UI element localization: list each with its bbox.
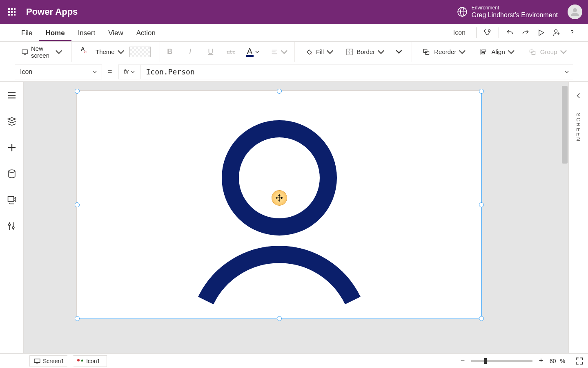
vertical-scrollbar[interactable]	[562, 86, 568, 164]
selected-control[interactable]	[77, 91, 482, 319]
menu-home[interactable]: Home	[39, 29, 71, 41]
italic-button[interactable]: I	[185, 47, 196, 56]
formula-input[interactable]	[140, 67, 561, 76]
border-button[interactable]: Border	[342, 45, 387, 59]
zoom-thumb[interactable]	[484, 358, 487, 364]
right-panel-label: SCREEN	[575, 113, 581, 142]
underline-button[interactable]: U	[205, 47, 216, 56]
svg-point-12	[573, 8, 577, 12]
fx-icon[interactable]: fx	[118, 65, 140, 79]
insert-icon[interactable]	[7, 142, 17, 153]
icon-glyph-icon	[77, 359, 84, 364]
zoom-unit: %	[560, 358, 565, 364]
formula-expand-icon[interactable]	[561, 70, 573, 74]
group-button[interactable]: Group	[525, 45, 570, 59]
svg-point-40	[12, 227, 14, 229]
chevron-down-icon	[377, 48, 385, 56]
fill-button[interactable]: Fill	[301, 45, 336, 59]
svg-rect-24	[426, 51, 429, 54]
resize-handle[interactable]	[75, 202, 80, 207]
data-icon[interactable]	[7, 168, 17, 179]
zoom-control: − + 60 %	[458, 357, 584, 366]
svg-rect-1	[11, 8, 13, 10]
more-format-button[interactable]	[393, 45, 405, 59]
environment-name: Greg Lindhorst's Environment	[472, 11, 558, 19]
breadcrumb-control-label: Icon1	[86, 358, 100, 364]
background-swatch[interactable]	[129, 47, 151, 57]
canvas[interactable]	[24, 82, 568, 353]
svg-rect-36	[8, 197, 13, 202]
font-color-button[interactable]: A	[246, 47, 259, 57]
app-launcher-icon[interactable]	[6, 6, 18, 18]
user-avatar[interactable]	[568, 4, 582, 19]
svg-rect-4	[11, 11, 13, 13]
resize-handle[interactable]	[479, 316, 484, 321]
breadcrumb-screen[interactable]: Screen1	[29, 355, 71, 367]
app-checker-icon[interactable]	[480, 25, 495, 40]
tree-view-icon[interactable]	[7, 116, 17, 127]
border-icon	[344, 47, 355, 57]
reorder-label: Reorder	[434, 48, 456, 55]
resize-handle[interactable]	[479, 202, 484, 207]
text-align-button[interactable]	[268, 45, 290, 59]
border-label: Border	[356, 48, 375, 55]
chevron-down-icon	[55, 48, 62, 56]
media-icon[interactable]	[7, 195, 17, 205]
menu-insert[interactable]: Insert	[71, 29, 102, 41]
zoom-slider[interactable]	[471, 360, 532, 362]
svg-rect-3	[8, 11, 10, 13]
environment-label: Environment	[472, 5, 558, 11]
person-icon[interactable]	[194, 121, 365, 302]
menu-action[interactable]: Action	[130, 29, 162, 41]
reorder-button[interactable]: Reorder	[419, 45, 468, 59]
zoom-in-button[interactable]: +	[537, 357, 546, 366]
resize-handle[interactable]	[277, 89, 282, 94]
chevron-down-icon	[117, 48, 125, 56]
app-title: Power Apps	[26, 7, 78, 17]
chevron-down-icon	[255, 50, 259, 54]
align-button[interactable]: Align	[476, 45, 517, 59]
fit-to-screen-icon[interactable]	[575, 357, 584, 366]
align-label: Align	[491, 48, 505, 55]
ribbon: New screen A a Theme B I U abc A	[0, 42, 588, 62]
svg-point-41	[230, 129, 328, 227]
share-icon[interactable]	[549, 25, 564, 40]
help-icon[interactable]	[564, 25, 580, 40]
svg-point-35	[9, 170, 15, 173]
svg-rect-2	[14, 8, 16, 10]
align-icon	[478, 47, 489, 57]
chevron-down-icon	[326, 48, 334, 56]
new-screen-button[interactable]: New screen	[19, 45, 65, 59]
screen-icon	[34, 359, 40, 364]
resize-handle[interactable]	[479, 89, 484, 94]
hamburger-icon[interactable]	[7, 90, 17, 101]
new-screen-label: New screen	[31, 45, 53, 59]
resize-handle[interactable]	[75, 89, 80, 94]
chevron-down-icon	[281, 48, 288, 56]
breadcrumb-control[interactable]: Icon1	[69, 355, 107, 367]
redo-icon[interactable]	[518, 25, 533, 40]
fill-label: Fill	[316, 48, 324, 55]
chevron-down-icon	[93, 70, 97, 74]
theme-icon: A a	[81, 47, 91, 57]
svg-rect-0	[8, 8, 10, 10]
resize-handle[interactable]	[277, 316, 282, 321]
move-cursor-icon	[272, 190, 287, 206]
bold-button[interactable]: B	[164, 47, 176, 56]
property-selector[interactable]: Icon	[15, 65, 102, 79]
environment-picker[interactable]: Environment Greg Lindhorst's Environment	[472, 5, 558, 19]
play-icon[interactable]	[533, 25, 549, 40]
resize-handle[interactable]	[75, 316, 80, 321]
status-bar: Screen1 Icon1 − + 60 %	[0, 353, 588, 368]
theme-button[interactable]: A a Theme	[78, 45, 127, 59]
theme-label: Theme	[96, 48, 115, 55]
formula-bar: Icon = fx	[0, 62, 588, 82]
advanced-tools-icon[interactable]	[7, 221, 17, 231]
menu-view[interactable]: View	[102, 29, 130, 41]
panel-collapse-icon[interactable]	[575, 92, 582, 101]
menu-file[interactable]: File	[15, 29, 39, 41]
zoom-out-button[interactable]: −	[458, 357, 467, 366]
strikethrough-button[interactable]: abc	[225, 49, 237, 55]
undo-icon[interactable]	[502, 25, 518, 40]
svg-rect-8	[14, 14, 16, 16]
